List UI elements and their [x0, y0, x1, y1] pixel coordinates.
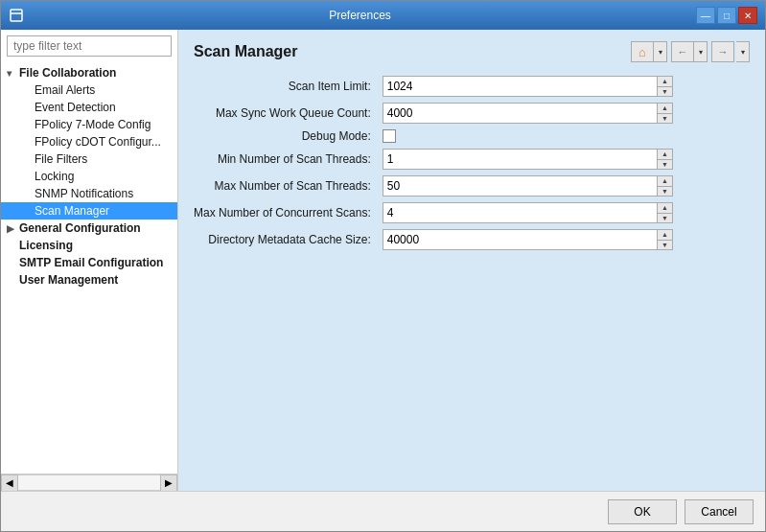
scan-item-limit-field[interactable] — [383, 77, 657, 96]
title-bar: Preferences — □ ✕ — [1, 1, 765, 30]
nav-forward-button[interactable]: → — [711, 41, 734, 62]
min-scan-threads-input: ▲ ▼ — [383, 149, 673, 170]
max-sync-queue-spinner: ▲ ▼ — [657, 104, 672, 123]
nav-back-dropdown[interactable]: ▾ — [694, 41, 708, 62]
filter-input[interactable] — [7, 35, 172, 57]
max-concurrent-scans-label: Max Number of Concurrent Scans: — [194, 206, 375, 220]
svg-rect-0 — [11, 10, 22, 21]
content-header: Scan Manager ⌂ ▾ ← ▾ → ▾ — [194, 41, 750, 62]
max-scan-threads-down[interactable]: ▼ — [658, 187, 672, 197]
sidebar-item-fpolicy-cdot[interactable]: FPolicy cDOT Configur... — [1, 133, 177, 150]
sidebar: ▾File Collaboration Email Alerts Event D… — [1, 30, 178, 491]
max-concurrent-scans-spinner: ▲ ▼ — [657, 203, 672, 222]
main-area: ▾File Collaboration Email Alerts Event D… — [1, 30, 765, 491]
max-sync-queue-field[interactable] — [383, 104, 657, 123]
page-title: Scan Manager — [194, 43, 297, 60]
scroll-right-button[interactable]: ▶ — [160, 474, 177, 492]
max-concurrent-scans-up[interactable]: ▲ — [658, 203, 672, 214]
max-sync-queue-label: Max Sync Work Queue Count: — [194, 106, 375, 120]
expand-icon: ▾ — [7, 68, 16, 79]
scan-item-limit-input: ▲ ▼ — [383, 76, 673, 97]
scan-item-limit-label: Scan Item Limit: — [194, 80, 375, 93]
min-scan-threads-field[interactable] — [383, 150, 657, 169]
max-scan-threads-spinner: ▲ ▼ — [657, 176, 672, 196]
ok-button[interactable]: OK — [608, 499, 677, 524]
nav-home-button[interactable]: ⌂ — [631, 41, 654, 62]
minimize-button[interactable]: — — [696, 7, 715, 24]
min-scan-threads-up[interactable]: ▲ — [658, 150, 672, 160]
max-concurrent-scans-field[interactable] — [383, 203, 657, 222]
expand-icon: ▶ — [7, 223, 16, 234]
window-title: Preferences — [24, 9, 696, 22]
sidebar-item-smtp-email[interactable]: SMTP Email Configuration — [1, 254, 177, 271]
close-button[interactable]: ✕ — [738, 7, 757, 24]
sidebar-item-scan-manager[interactable]: Scan Manager — [1, 202, 177, 220]
settings-form: Scan Item Limit: ▲ ▼ Max Sync Work Queue… — [194, 76, 673, 250]
max-scan-threads-input: ▲ ▼ — [383, 175, 673, 197]
nav-buttons: ⌂ ▾ ← ▾ → ▾ — [631, 41, 750, 62]
scan-item-limit-spinner: ▲ ▼ — [657, 77, 672, 96]
preferences-window: Preferences — □ ✕ ▾File Collaboration Em… — [0, 0, 766, 532]
tree-area: ▾File Collaboration Email Alerts Event D… — [1, 62, 177, 474]
sidebar-item-locking[interactable]: Locking — [1, 168, 177, 185]
nav-back-button[interactable]: ← — [671, 41, 694, 62]
sidebar-item-file-filters[interactable]: File Filters — [1, 150, 177, 168]
dir-metadata-cache-down[interactable]: ▼ — [658, 241, 672, 250]
title-bar-controls: — □ ✕ — [696, 7, 757, 24]
max-sync-queue-input: ▲ ▼ — [383, 103, 673, 124]
debug-mode-label: Debug Mode: — [194, 129, 375, 143]
max-concurrent-scans-input: ▲ ▼ — [383, 202, 673, 223]
scroll-left-button[interactable]: ◀ — [1, 474, 18, 492]
sidebar-item-event-detection[interactable]: Event Detection — [1, 99, 177, 116]
min-scan-threads-label: Min Number of Scan Threads: — [194, 152, 375, 166]
content-pane: Scan Manager ⌂ ▾ ← ▾ → ▾ Scan Item Lim — [178, 30, 765, 491]
sidebar-item-general-configuration[interactable]: ▶General Configuration — [1, 220, 177, 237]
cancel-button[interactable]: Cancel — [685, 499, 754, 524]
sidebar-item-licensing[interactable]: Licensing — [1, 237, 177, 254]
footer: OK Cancel — [1, 491, 765, 531]
max-sync-queue-up[interactable]: ▲ — [658, 104, 672, 114]
dir-metadata-cache-spinner: ▲ ▼ — [657, 230, 672, 249]
dir-metadata-cache-up[interactable]: ▲ — [658, 230, 672, 241]
sidebar-item-snmp-notifications[interactable]: SNMP Notifications — [1, 185, 177, 202]
max-scan-threads-field[interactable] — [383, 176, 657, 196]
dir-metadata-cache-field[interactable] — [383, 230, 657, 249]
sidebar-item-file-collaboration[interactable]: ▾File Collaboration — [1, 64, 177, 81]
nav-home-dropdown[interactable]: ▾ — [654, 41, 667, 62]
window-icon — [9, 8, 24, 23]
sidebar-item-user-management[interactable]: User Management — [1, 271, 177, 289]
sidebar-item-email-alerts[interactable]: Email Alerts — [1, 81, 177, 99]
scroll-track — [18, 474, 160, 491]
sidebar-item-fpolicy-7mode[interactable]: FPolicy 7-Mode Config — [1, 116, 177, 133]
debug-mode-checkbox[interactable] — [383, 129, 396, 143]
dir-metadata-cache-label: Directory Metadata Cache Size: — [194, 233, 375, 246]
max-scan-threads-label: Max Number of Scan Threads: — [194, 179, 375, 193]
min-scan-threads-down[interactable]: ▼ — [658, 160, 672, 170]
nav-menu-dropdown[interactable]: ▾ — [736, 41, 750, 62]
scan-item-limit-up[interactable]: ▲ — [658, 77, 672, 87]
max-scan-threads-up[interactable]: ▲ — [658, 176, 672, 187]
maximize-button[interactable]: □ — [717, 7, 736, 24]
sidebar-scrollbar: ◀ ▶ — [1, 474, 177, 491]
scan-item-limit-down[interactable]: ▼ — [658, 87, 672, 97]
max-sync-queue-down[interactable]: ▼ — [658, 114, 672, 124]
max-concurrent-scans-down[interactable]: ▼ — [658, 214, 672, 223]
dir-metadata-cache-input: ▲ ▼ — [383, 229, 673, 250]
min-scan-threads-spinner: ▲ ▼ — [657, 150, 672, 169]
